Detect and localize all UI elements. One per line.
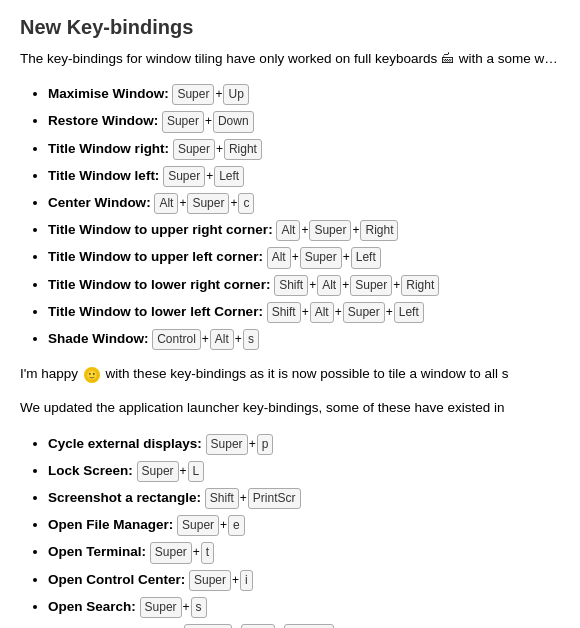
list-item: Open Search: Super+s (48, 596, 560, 618)
list-item: Shade Window: Control+Alt+s (48, 328, 560, 350)
list-item: Title Window to upper right corner: Alt+… (48, 219, 560, 241)
list-item: Title Window to upper left corner: Alt+S… (48, 246, 560, 268)
list-item: Title Window to lower left Corner: Shift… (48, 301, 560, 323)
list-item: Open Control Center: Super+i (48, 569, 560, 591)
update-paragraph: We updated the application launcher key-… (20, 398, 560, 418)
list-item: Open Task Manager: Control+Shift+Escape (48, 623, 560, 628)
list-item: Lock Screen: Super+L (48, 460, 560, 482)
list-item: Title Window left: Super+Left (48, 165, 560, 187)
launcher-bindings-list: Cycle external displays: Super+pLock Scr… (20, 433, 560, 628)
list-item: Center Window: Alt+Super+c (48, 192, 560, 214)
page-title: New Key-bindings (20, 16, 560, 39)
list-item: Restore Window: Super+Down (48, 110, 560, 132)
list-item: Maximise Window: Super+Up (48, 83, 560, 105)
list-item: Title Window right: Super+Right (48, 138, 560, 160)
window-bindings-list: Maximise Window: Super+UpRestore Window:… (20, 83, 560, 350)
list-item: Cycle external displays: Super+p (48, 433, 560, 455)
list-item: Open Terminal: Super+t (48, 541, 560, 563)
happy-paragraph: I'm happy 🙂 with these key-bindings as i… (20, 364, 560, 384)
list-item: Title Window to lower right corner: Shif… (48, 274, 560, 296)
list-item: Screenshot a rectangle: Shift+PrintScr (48, 487, 560, 509)
intro-paragraph: The key-bindings for window tiling have … (20, 49, 560, 69)
list-item: Open File Manager: Super+e (48, 514, 560, 536)
